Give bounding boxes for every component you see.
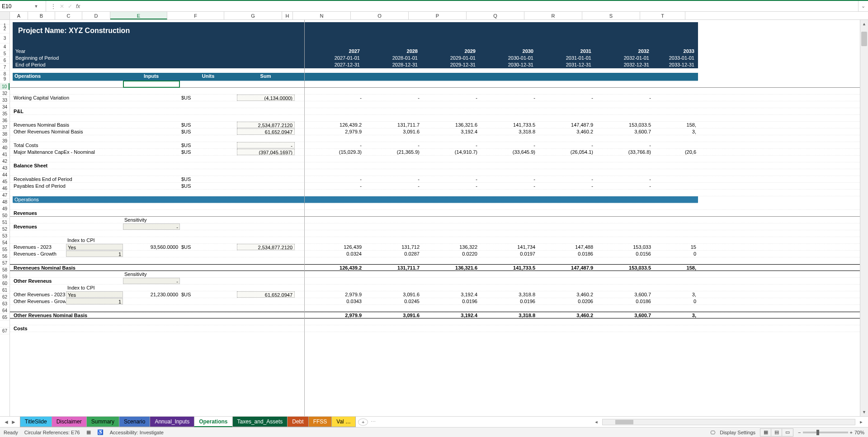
formula-expand-icon[interactable]: ⌄ bbox=[858, 1, 868, 11]
col-header-R[interactable]: R bbox=[524, 12, 582, 19]
cancel-icon[interactable]: ✕ bbox=[60, 3, 64, 10]
col-header-H[interactable]: H bbox=[282, 12, 293, 19]
scroll-thumb[interactable] bbox=[861, 32, 867, 46]
row-header[interactable]: 51 bbox=[0, 219, 9, 226]
macro-icon[interactable]: ▦ bbox=[86, 429, 91, 435]
add-sheet-button[interactable]: + bbox=[358, 418, 368, 426]
vertical-scrollbar[interactable]: ▲ ▼ bbox=[860, 20, 868, 416]
sheet-tab-annual_inputs[interactable]: Annual_Inputs bbox=[150, 417, 194, 427]
sheet-tab-summary[interactable]: Summary bbox=[86, 417, 119, 427]
zoom-slider[interactable] bbox=[803, 432, 848, 433]
row-header[interactable]: 36 bbox=[0, 117, 9, 124]
name-box[interactable]: ▼ bbox=[0, 1, 46, 11]
status-accessibility[interactable]: Accessibility: Investigate bbox=[110, 430, 164, 435]
col-header-C[interactable]: C bbox=[55, 12, 82, 19]
name-box-dropdown-icon[interactable]: ▼ bbox=[33, 4, 39, 9]
row-header[interactable]: 55 bbox=[0, 246, 9, 253]
sheet-tab-val …[interactable]: Val … bbox=[331, 417, 356, 427]
hscroll-thumb[interactable] bbox=[615, 420, 633, 424]
col-header-T[interactable]: T bbox=[640, 12, 685, 19]
row-header[interactable]: 60 bbox=[0, 280, 9, 287]
rev2023-yes[interactable]: Yes bbox=[66, 244, 123, 250]
zoom-value[interactable]: 70% bbox=[854, 430, 864, 435]
fx-icon[interactable]: fx bbox=[76, 3, 80, 10]
row-header[interactable]: 6 bbox=[0, 57, 9, 64]
row-header[interactable]: 63 bbox=[0, 300, 9, 307]
formula-input[interactable] bbox=[85, 1, 858, 11]
row-header[interactable]: 10 bbox=[0, 83, 9, 90]
row-header[interactable]: 49 bbox=[0, 205, 9, 212]
row-header[interactable]: 7 bbox=[0, 64, 9, 71]
horizontal-scrollbar[interactable]: ◄ ► bbox=[376, 419, 868, 425]
row-header[interactable]: 5 bbox=[0, 50, 9, 57]
row-header[interactable]: 53 bbox=[0, 233, 9, 239]
sheet-tab-disclaimer[interactable]: Disclaimer bbox=[52, 417, 87, 427]
sheet-tab-ffss[interactable]: FFSS bbox=[308, 417, 332, 427]
row-header[interactable]: 34 bbox=[0, 104, 9, 110]
tab-more-icon[interactable]: ⋯ bbox=[371, 419, 376, 425]
row-header[interactable]: 8 bbox=[0, 71, 9, 75]
tab-prev-icon[interactable]: ◄ bbox=[4, 419, 9, 425]
row-header[interactable]: 39 bbox=[0, 138, 9, 144]
col-header-D[interactable]: D bbox=[82, 12, 110, 19]
row-header[interactable]: 4 bbox=[0, 43, 9, 50]
col-header-P[interactable]: P bbox=[409, 12, 467, 19]
row-header[interactable]: 57 bbox=[0, 260, 9, 266]
row-header[interactable]: 9 bbox=[0, 75, 9, 83]
row-header[interactable]: 58 bbox=[0, 266, 9, 273]
confirm-icon[interactable]: ✓ bbox=[68, 3, 72, 10]
zoom-out-icon[interactable]: − bbox=[798, 430, 801, 435]
row-header[interactable]: 46 bbox=[0, 185, 9, 192]
sensitivity-dropdown[interactable]: - bbox=[123, 223, 180, 230]
sheet-tab-operations[interactable]: Operations bbox=[194, 417, 232, 427]
row-header[interactable]: 38 bbox=[0, 131, 9, 138]
scroll-down-icon[interactable]: ▼ bbox=[860, 408, 868, 416]
sheet-tab-titleslide[interactable]: TitleSlide bbox=[20, 417, 52, 427]
row-header[interactable]: 56 bbox=[0, 253, 9, 260]
row-header[interactable]: 64 bbox=[0, 307, 9, 314]
display-settings-icon[interactable]: 🖵 bbox=[710, 430, 715, 435]
row-header[interactable]: 35 bbox=[0, 110, 9, 117]
hscroll-right-icon[interactable]: ► bbox=[858, 420, 864, 424]
row-header[interactable]: 44 bbox=[0, 171, 9, 178]
view-page-break-icon[interactable]: ▭ bbox=[782, 429, 793, 436]
hscroll-track[interactable] bbox=[602, 419, 855, 425]
col-header-B[interactable]: B bbox=[28, 12, 55, 19]
hscroll-left-icon[interactable]: ◄ bbox=[593, 420, 599, 424]
view-normal-icon[interactable]: ▦ bbox=[760, 429, 771, 436]
accessibility-icon[interactable]: ♿ bbox=[97, 429, 104, 435]
row-header[interactable]: 54 bbox=[0, 239, 9, 246]
sheet-tab-debt[interactable]: Debt bbox=[287, 417, 308, 427]
name-box-input[interactable] bbox=[2, 3, 33, 10]
row-header[interactable]: 42 bbox=[0, 158, 9, 165]
view-page-layout-icon[interactable]: ▤ bbox=[771, 429, 782, 436]
scroll-up-icon[interactable]: ▲ bbox=[860, 20, 868, 28]
row-header[interactable]: 61 bbox=[0, 287, 9, 294]
col-header-N[interactable]: N bbox=[293, 12, 351, 19]
row-header[interactable]: 50 bbox=[0, 212, 9, 219]
row-header[interactable]: 47 bbox=[0, 192, 9, 199]
sheet-tab-taxes_and_assets[interactable]: Taxes_and_Assets bbox=[232, 417, 288, 427]
revgrowth-one[interactable]: 1 bbox=[66, 251, 123, 257]
row-header[interactable]: 43 bbox=[0, 165, 9, 171]
select-all-corner[interactable] bbox=[0, 12, 10, 19]
col-header-Q[interactable]: Q bbox=[467, 12, 524, 19]
row-header[interactable]: 59 bbox=[0, 273, 9, 280]
row-header[interactable]: 62 bbox=[0, 294, 9, 300]
row-header[interactable]: 48 bbox=[0, 199, 9, 205]
row-header[interactable]: 40 bbox=[0, 144, 9, 151]
col-header-S[interactable]: S bbox=[582, 12, 640, 19]
col-header-A[interactable]: A bbox=[10, 12, 28, 19]
zoom-in-icon[interactable]: + bbox=[850, 430, 853, 435]
othrev2023-yes[interactable]: Yes bbox=[66, 291, 123, 298]
sheet-tab-scenario[interactable]: Scenario bbox=[119, 417, 150, 427]
row-header[interactable]: 37 bbox=[0, 124, 9, 131]
row-header[interactable]: 32 bbox=[0, 90, 9, 97]
row-header[interactable]: 45 bbox=[0, 178, 9, 185]
tab-next-icon[interactable]: ► bbox=[11, 419, 16, 425]
col-header-E[interactable]: E bbox=[110, 12, 167, 19]
row-header[interactable]: 67 bbox=[0, 328, 9, 334]
sensitivity-dropdown2[interactable]: - bbox=[123, 278, 180, 284]
row-header[interactable]: 2 bbox=[0, 24, 9, 33]
othrevgrowth-one[interactable]: 1 bbox=[66, 298, 123, 304]
